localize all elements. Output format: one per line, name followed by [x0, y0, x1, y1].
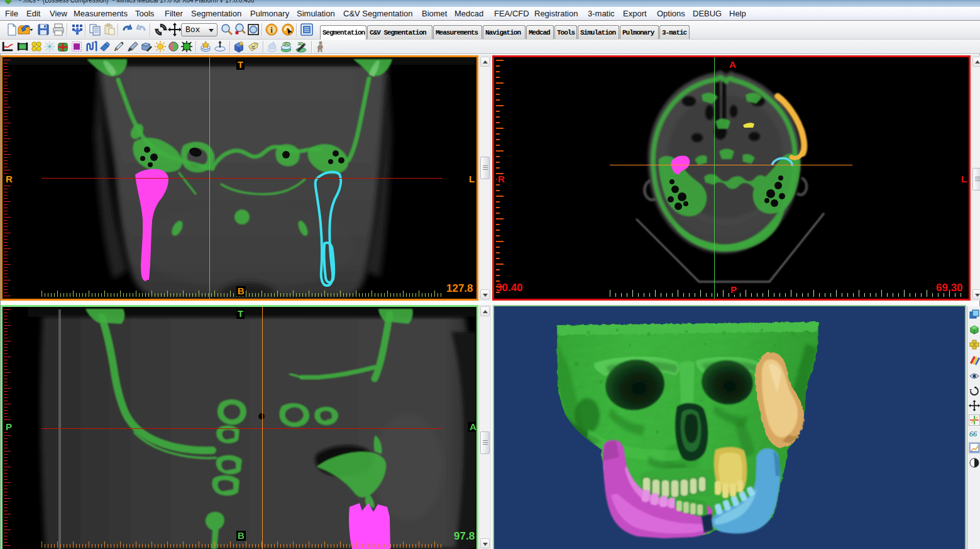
tab-4[interactable]: Medcad: [526, 25, 554, 39]
menu-9[interactable]: C&V Segmentation: [343, 9, 413, 18]
viewport-3d[interactable]: [493, 305, 966, 549]
btn-bluecurve[interactable]: [85, 40, 97, 53]
btn-stack3d[interactable]: 3D: [280, 40, 292, 53]
svg-text:3D: 3D: [297, 41, 303, 47]
menu-4[interactable]: Tools: [135, 9, 154, 18]
menu-14[interactable]: 3-matic: [588, 9, 615, 18]
btn-gift[interactable]: [57, 40, 69, 53]
menu-7[interactable]: Pulmonary: [250, 9, 289, 18]
menu-16[interactable]: Options: [657, 9, 685, 18]
tab-8[interactable]: 3-matic: [659, 25, 690, 39]
view-glass[interactable]: 66: [969, 428, 980, 440]
btn-sun[interactable]: [154, 40, 167, 53]
tab-7[interactable]: Pulmonary: [620, 25, 659, 39]
view-controls: 66: [967, 306, 980, 549]
toolbar-tools: 3D 3D: [0, 39, 980, 54]
view-cross[interactable]: [969, 414, 980, 426]
scrollbar-coronal: [479, 55, 491, 301]
viewport-coronal[interactable]: T R L B 127.8: [1, 55, 478, 301]
menu-11[interactable]: Medcad: [454, 9, 483, 18]
btn-figure[interactable]: [314, 40, 327, 53]
view-eye[interactable]: [969, 370, 980, 382]
btn-pencil[interactable]: [113, 40, 125, 53]
viewport-axial[interactable]: A R L P 30.40 69.30: [492, 55, 971, 301]
menu-3[interactable]: Measurements: [74, 9, 128, 18]
menu-5[interactable]: Filter: [165, 9, 183, 18]
ribbon-tabs: Segmentation C&V Segmentation Measuremen…: [0, 25, 980, 40]
view-chart[interactable]: [969, 442, 980, 453]
menu-8[interactable]: Simulation: [297, 9, 335, 18]
menu-10[interactable]: Biomet: [422, 9, 447, 18]
menu-17[interactable]: DEBUG: [693, 9, 722, 18]
btn-profile[interactable]: [1, 40, 14, 53]
tab-1[interactable]: C&V Segmentation: [367, 25, 432, 39]
view-mov[interactable]: [969, 400, 980, 411]
btn-pinwheel[interactable]: [30, 40, 43, 53]
menu-13[interactable]: Registration: [534, 9, 578, 18]
tab-0[interactable]: Segmentation: [320, 25, 366, 40]
btn-pen[interactable]: [126, 40, 139, 53]
btn-purple[interactable]: [70, 40, 83, 53]
tab-6[interactable]: Simulation: [578, 25, 619, 39]
btn-cubestar[interactable]: [233, 40, 245, 53]
view-rot[interactable]: [969, 385, 980, 397]
toolbar-standard: i Box Segmentation C&V Segmentation Meas…: [0, 21, 980, 39]
view-layers[interactable]: [969, 309, 980, 320]
mimics-medical-app: - .mcs - (Lossless Compression)* - Mimic…: [0, 0, 980, 549]
btn-pencil3d[interactable]: 3D: [294, 40, 307, 53]
menu-15[interactable]: Export: [623, 9, 647, 18]
view-cube[interactable]: [969, 324, 980, 335]
svg-text:66: 66: [969, 430, 977, 438]
btn-burst[interactable]: [180, 40, 193, 53]
tab-2[interactable]: Measurements: [433, 25, 482, 39]
tab-5[interactable]: Tools: [554, 25, 577, 39]
menu-2[interactable]: View: [50, 9, 67, 18]
btn-discpin[interactable]: [214, 40, 226, 53]
scrollbar-axial: [971, 55, 980, 301]
viewport-sagittal[interactable]: T P A B 97.8: [1, 305, 478, 549]
svg-text:3D: 3D: [284, 41, 289, 47]
menu-18[interactable]: Help: [729, 9, 746, 18]
btn-stackstar[interactable]: [199, 40, 212, 53]
menu-12[interactable]: FEA/CFD: [494, 9, 529, 18]
btn-grect[interactable]: [16, 40, 29, 53]
view-flower[interactable]: [969, 339, 980, 350]
view-half[interactable]: [969, 457, 980, 469]
workspace: T R L B 127.8: [0, 54, 980, 549]
scrollbar-sagittal: [479, 305, 491, 549]
menu-0[interactable]: File: [5, 9, 18, 18]
btn-cubepen[interactable]: [140, 40, 153, 53]
tab-3[interactable]: Navigation: [483, 25, 526, 39]
menu-1[interactable]: Edit: [26, 9, 40, 18]
view-fan[interactable]: [969, 354, 980, 365]
btn-palestack[interactable]: [266, 40, 278, 53]
title-bar: - .mcs - (Lossless Compression)* - Mimic…: [0, 0, 980, 7]
menu-bar: File Edit View Measurements Tools Filter…: [0, 7, 980, 21]
menu-6[interactable]: Segmentation: [191, 9, 241, 18]
btn-snow[interactable]: [43, 40, 56, 53]
btn-sphere[interactable]: [167, 40, 180, 53]
title-text: - .mcs - (Lossless Compression)* - Mimic…: [19, 0, 254, 4]
btn-eraser[interactable]: [99, 40, 111, 53]
btn-tag[interactable]: [246, 40, 259, 53]
